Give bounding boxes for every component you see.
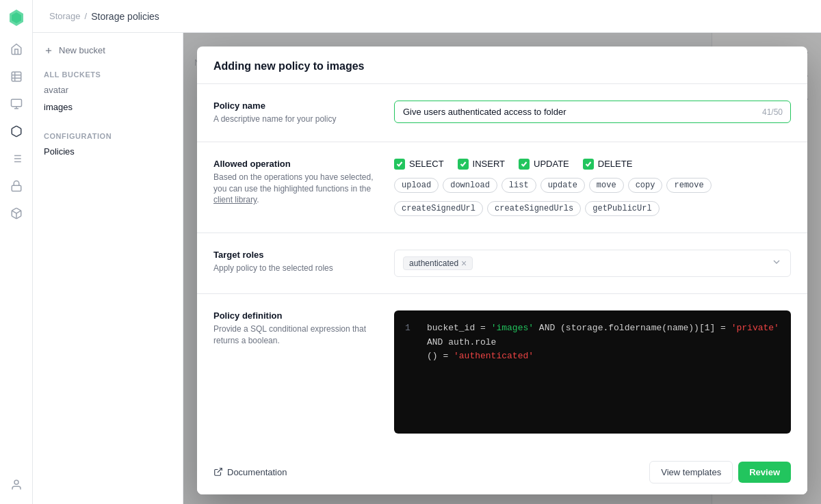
roles-selector[interactable]: authenticated × <box>394 250 791 277</box>
sidebar <box>0 0 33 504</box>
topbar-storage-label: Storage <box>49 11 81 21</box>
sidebar-item-functions[interactable] <box>5 202 27 224</box>
policy-definition-desc: Provide a SQL conditional expression tha… <box>213 323 378 347</box>
page-title: Storage policies <box>91 11 159 22</box>
fn-upload: upload <box>394 178 439 193</box>
external-link-icon <box>213 467 223 477</box>
allowed-operation-label-area: Allowed operation Based on the operation… <box>213 159 378 206</box>
checkbox-delete-label: DELETE <box>598 159 633 169</box>
allowed-operation-label: Allowed operation <box>213 159 378 169</box>
app-logo[interactable] <box>7 8 26 27</box>
role-tag-authenticated: authenticated × <box>403 256 473 270</box>
policy-name-input-row: 41/50 <box>394 101 791 123</box>
target-roles-label-area: Target roles Apply policy to the selecte… <box>213 250 378 274</box>
sidebar-item-home[interactable] <box>5 38 27 60</box>
checkbox-select-label: SELECT <box>409 159 444 169</box>
sidebar-item-inbox[interactable] <box>5 93 27 115</box>
fn-copy: copy <box>628 178 663 193</box>
function-tags-row1: upload download list update move copy re… <box>394 178 791 193</box>
allowed-operation-desc: Based on the operations you have selecte… <box>213 172 378 206</box>
role-tag-authenticated-label: authenticated <box>409 258 458 268</box>
content-layout: New bucket All buckets avatar images Con… <box>33 33 821 504</box>
line-num-1: 1 <box>405 321 416 350</box>
code-content-1: bucket_id = 'images' AND (storage.folder… <box>427 321 780 350</box>
review-button[interactable]: Review <box>738 462 791 483</box>
code-line-2: () = 'authenticated' <box>405 349 780 364</box>
new-bucket-label: New bucket <box>59 45 105 55</box>
fn-download: download <box>443 178 497 193</box>
bucket-item-images[interactable]: images <box>33 98 183 116</box>
svg-point-15 <box>14 480 18 484</box>
function-tags-row2: createSignedUrl createSignedUrls getPubl… <box>394 201 791 216</box>
code-editor[interactable]: 1 bucket_id = 'images' AND (storage.fold… <box>394 310 791 434</box>
code-content-2: () = 'authenticated' <box>427 349 534 364</box>
svg-rect-4 <box>11 99 21 107</box>
right-section: No policies created yet New policy ··· N… <box>183 33 821 504</box>
policy-definition-label-area: Policy definition Provide a SQL conditio… <box>213 310 378 347</box>
sidebar-item-storage[interactable] <box>5 120 27 142</box>
checkbox-delete[interactable]: DELETE <box>583 159 633 170</box>
fn-move: move <box>589 178 624 193</box>
sidebar-item-table[interactable] <box>5 66 27 88</box>
checkbox-update[interactable]: UPDATE <box>519 159 569 170</box>
checkbox-select-box[interactable] <box>394 159 405 170</box>
sidebar-item-list[interactable] <box>5 148 27 170</box>
fn-remove: remove <box>666 178 711 193</box>
new-bucket-button[interactable]: New bucket <box>33 41 183 59</box>
documentation-link[interactable]: Documentation <box>213 467 287 477</box>
client-library-link[interactable]: client library <box>213 195 257 204</box>
policy-name-counter: 41/50 <box>762 107 783 117</box>
role-tag-authenticated-remove[interactable]: × <box>461 258 467 268</box>
checkbox-update-label: UPDATE <box>534 159 569 169</box>
checkbox-insert[interactable]: INSERT <box>458 159 505 170</box>
policy-name-desc: A descriptive name for your policy <box>213 114 378 125</box>
modal: Adding new policy to images Policy name … <box>197 47 807 494</box>
footer-buttons: View templates Review <box>649 461 791 483</box>
target-roles-label: Target roles <box>213 250 378 260</box>
checkbox-insert-box[interactable] <box>458 159 469 170</box>
topbar: Storage / Storage policies <box>33 0 821 33</box>
config-item-policies[interactable]: Policies <box>33 143 183 160</box>
modal-overlay: Adding new policy to images Policy name … <box>183 33 821 504</box>
svg-rect-13 <box>12 185 21 191</box>
config-section-header: Configuration <box>33 127 183 143</box>
code-line-1: 1 bucket_id = 'images' AND (storage.fold… <box>405 321 780 350</box>
operations-checkbox-row: SELECT INSERT <box>394 159 791 170</box>
policy-definition-section: Policy definition Provide a SQL conditio… <box>197 294 807 450</box>
modal-footer: Documentation View templates Review <box>197 450 807 494</box>
checkbox-delete-box[interactable] <box>583 159 594 170</box>
modal-header: Adding new policy to images <box>197 47 807 84</box>
buckets-section-header: All buckets <box>33 65 183 81</box>
fn-getPublicUrl: getPublicUrl <box>585 201 659 216</box>
modal-title: Adding new policy to images <box>213 60 791 72</box>
policy-name-input[interactable] <box>394 101 791 123</box>
bucket-item-avatar[interactable]: avatar <box>33 81 183 98</box>
fn-createSignedUrls: createSignedUrls <box>487 201 581 216</box>
roles-tags: authenticated × <box>403 256 771 270</box>
svg-line-18 <box>218 468 222 473</box>
roles-chevron-icon <box>771 256 782 270</box>
policy-name-section: Policy name A descriptive name for your … <box>197 84 807 142</box>
fn-update: update <box>540 178 585 193</box>
view-templates-button[interactable]: View templates <box>649 461 733 483</box>
checkbox-insert-label: INSERT <box>473 159 505 169</box>
fn-list: list <box>501 178 536 193</box>
policy-definition-label: Policy definition <box>213 310 378 321</box>
checkbox-select[interactable]: SELECT <box>394 159 444 170</box>
documentation-label: Documentation <box>227 467 287 477</box>
left-panel: New bucket All buckets avatar images Con… <box>33 33 183 504</box>
operations-area: SELECT INSERT <box>394 159 791 216</box>
svg-rect-0 <box>12 72 21 81</box>
allowed-operation-section: Allowed operation Based on the operation… <box>197 142 807 233</box>
sidebar-item-auth[interactable] <box>5 175 27 197</box>
line-num-2 <box>405 349 416 364</box>
policy-name-label: Policy name <box>213 101 378 111</box>
sidebar-item-user[interactable] <box>5 474 27 496</box>
target-roles-desc: Apply policy to the selected roles <box>213 263 378 274</box>
checkbox-update-box[interactable] <box>519 159 530 170</box>
main-content: Storage / Storage policies New bucket Al… <box>33 0 821 504</box>
target-roles-section: Target roles Apply policy to the selecte… <box>197 233 807 294</box>
policy-name-label-area: Policy name A descriptive name for your … <box>213 101 378 125</box>
fn-createSignedUrl: createSignedUrl <box>394 201 483 216</box>
